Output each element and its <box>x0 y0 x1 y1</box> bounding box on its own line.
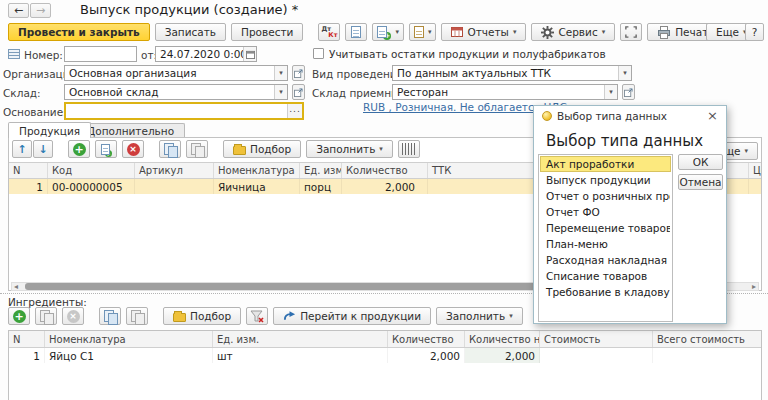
ing-add-copy-button[interactable] <box>35 307 57 325</box>
list-item[interactable]: Выпуск продукции <box>540 172 671 188</box>
ing-copy-button[interactable] <box>99 307 121 325</box>
copy-button[interactable] <box>159 140 181 158</box>
cell-total <box>653 348 761 363</box>
edit-document-button[interactable]: ▾ <box>409 23 437 41</box>
receiver-warehouse-open-button[interactable] <box>622 84 635 100</box>
tab-additional[interactable]: Дополнительно <box>76 123 185 138</box>
warehouse-combo[interactable]: Основной склад ▾ <box>64 84 288 100</box>
col-n[interactable]: N <box>9 163 48 178</box>
cell-cost <box>540 348 653 363</box>
calendar-button[interactable] <box>243 47 256 61</box>
fill-label: Заполнить <box>446 310 505 322</box>
receiver-warehouse-dropdown[interactable]: ▾ <box>604 85 617 99</box>
move-down-button[interactable]: ↓ <box>33 140 53 158</box>
col-unit[interactable]: Ед. изм. <box>213 331 388 347</box>
col-n[interactable]: N <box>9 331 45 347</box>
cell-unit: шт <box>213 348 388 363</box>
post-button[interactable]: Провести <box>231 23 303 41</box>
receiver-warehouse-combo[interactable]: Ресторан ▾ <box>392 84 618 100</box>
ok-button[interactable]: ОК <box>678 154 723 170</box>
ing-paste-button[interactable] <box>126 307 148 325</box>
goto-products-button[interactable]: Перейти к продукции <box>273 307 431 325</box>
consider-leftovers-checkbox[interactable] <box>313 48 324 59</box>
delete-row-button[interactable]: × <box>122 140 144 158</box>
service-button[interactable]: Сервис ▾ <box>531 23 615 41</box>
list-item[interactable]: Требование в кладовую <box>540 284 671 300</box>
chevron-down-icon: ▾ <box>279 89 283 96</box>
fill-button[interactable]: Заполнить ▾ <box>306 140 393 158</box>
barcode-scanner-button[interactable] <box>398 140 420 158</box>
organization-dropdown[interactable]: ▾ <box>274 66 287 80</box>
cell-quantity: 2,000 <box>388 348 465 363</box>
list-item[interactable]: Отчет о розничных продажах <box>540 188 671 204</box>
posting-kind-dropdown[interactable]: ▾ <box>618 66 631 80</box>
col-code[interactable]: Код <box>48 163 135 178</box>
cell-price <box>749 179 761 194</box>
scroll-left-icon[interactable]: ◂ <box>14 282 18 291</box>
ingredients-panel: N Номенклатура Ед. изм. Количество Колич… <box>8 330 762 400</box>
add-row-button[interactable]: + <box>68 140 90 158</box>
list-item[interactable]: Акт проработки <box>540 156 671 172</box>
post-and-close-button[interactable]: Провести и закрыть <box>8 23 150 41</box>
ing-filter-button[interactable] <box>246 307 268 325</box>
forward-button[interactable]: → <box>30 3 51 18</box>
col-unit[interactable]: Ед. изм. <box>300 163 342 178</box>
cancel-button[interactable]: Отмена <box>678 174 723 190</box>
paste-icon <box>191 143 204 156</box>
col-nomenclature[interactable]: Номенклатура <box>214 163 300 178</box>
ing-fill-button[interactable]: Заполнить ▾ <box>436 307 523 325</box>
ingredients-table-row[interactable]: 1 Яйцо С1 шт 2,000 2,000 <box>9 348 761 363</box>
pick-button[interactable]: Подбор <box>223 140 301 158</box>
scroll-right-icon[interactable]: ▸ <box>752 282 756 291</box>
col-price[interactable]: Це <box>749 163 761 178</box>
col-cost[interactable]: Стоимость <box>540 331 653 347</box>
arrow-down-icon: ↓ <box>38 143 47 156</box>
dialog-titlebar[interactable]: Выбор типа данных × <box>534 106 726 126</box>
ing-delete-row-button[interactable]: × <box>62 307 84 325</box>
basis-input[interactable]: ... <box>64 102 304 120</box>
help-button[interactable]: ? <box>745 23 764 41</box>
organization-open-button[interactable] <box>292 65 305 81</box>
close-icon[interactable]: × <box>707 108 718 123</box>
reports-button[interactable]: Отчеты ▾ <box>441 23 526 41</box>
col-quantity[interactable]: Количество <box>342 163 428 178</box>
tab-products[interactable]: Продукция <box>8 122 91 138</box>
document-structure-button[interactable] <box>345 23 367 41</box>
data-type-dialog: Выбор типа данных × Выбор типа данных Ак… <box>533 105 727 324</box>
open-link-icon <box>294 69 303 78</box>
ingredients-table-header: N Номенклатура Ед. изм. Количество Колич… <box>9 331 761 348</box>
warehouse-open-button[interactable] <box>292 84 305 100</box>
list-item[interactable]: Расходная накладная <box>540 252 671 268</box>
col-nomenclature[interactable]: Номенклатура <box>45 331 213 347</box>
list-item[interactable]: Отчет ФО <box>540 204 671 220</box>
col-total[interactable]: Всего стоимость <box>653 331 761 347</box>
chevron-down-icon: ▾ <box>623 70 627 77</box>
col-quantity[interactable]: Количество <box>388 331 465 347</box>
back-button[interactable]: ← <box>8 3 29 18</box>
add-copy-button[interactable]: + <box>95 140 117 158</box>
list-item[interactable]: План-меню <box>540 236 671 252</box>
ing-add-row-button[interactable]: + <box>8 307 30 325</box>
paste-button[interactable] <box>186 140 208 158</box>
list-item[interactable]: Перемещение товаров <box>540 220 671 236</box>
forward-icon: → <box>36 4 45 17</box>
cell-n: 1 <box>9 179 48 194</box>
col-quantity-norm[interactable]: Количество но... <box>465 331 540 347</box>
move-up-button[interactable]: ↑ <box>12 140 32 158</box>
posting-kind-combo[interactable]: По данным актуальных ТТК ▾ <box>392 65 632 81</box>
chevron-down-icon: ▾ <box>602 29 606 36</box>
col-article[interactable]: Артикул <box>135 163 214 178</box>
pick-label: Подбор <box>190 310 231 322</box>
organization-combo[interactable]: Основная организация ▾ <box>64 65 288 81</box>
number-input[interactable] <box>64 46 137 62</box>
warehouse-dropdown[interactable]: ▾ <box>274 85 287 99</box>
back-icon: ← <box>14 4 23 17</box>
create-based-on-button[interactable]: + ▾ <box>372 23 404 41</box>
fullscreen-button[interactable] <box>620 23 642 41</box>
date-input[interactable]: 24.07.2020 0:00:00 <box>155 46 257 62</box>
write-button[interactable]: Записать <box>155 23 226 41</box>
dtkt-button[interactable]: ДтКт <box>318 23 340 41</box>
list-item[interactable]: Списание товаров <box>540 268 671 284</box>
basis-select-button[interactable]: ... <box>287 104 302 118</box>
ing-pick-button[interactable]: Подбор <box>163 307 241 325</box>
